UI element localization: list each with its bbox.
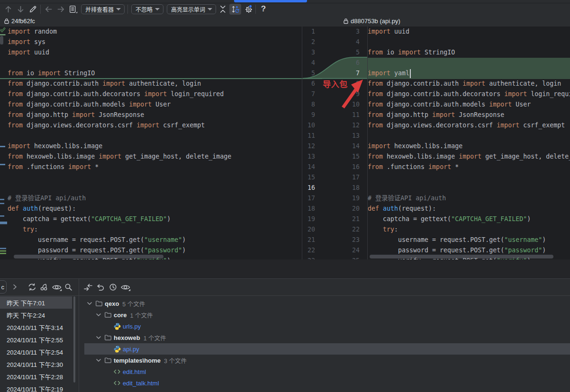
text-caret (410, 69, 411, 78)
dir-file-count: 5 个文件 (122, 299, 145, 308)
line-number: 19 (303, 214, 315, 224)
back-button[interactable] (45, 5, 53, 13)
tree-row-edit.html[interactable]: edit.html (79, 366, 570, 377)
code-line: from django.contrib.auth import authenti… (8, 79, 231, 89)
help-button[interactable]: ? (260, 4, 267, 14)
code-line: from django.views.decorators.csrf import… (8, 120, 231, 131)
code-line: from hexoweb.libs.image import get_image… (368, 151, 570, 162)
line-number: 16 (342, 162, 360, 172)
line-number: 14 (303, 162, 315, 172)
left-horizontal-scrollbar[interactable] (14, 255, 163, 258)
left-gutter-line-numbers: 1234567891011121314151617181920212223 (303, 27, 315, 259)
line-number: 1 (303, 27, 315, 37)
chevron-down-icon (208, 8, 212, 10)
chevron-right-icon[interactable] (12, 284, 17, 290)
line-number: 22 (342, 224, 360, 235)
viewer-mode-dropdown[interactable]: 并排查看器 (81, 4, 125, 14)
search-field[interactable]: c (0, 280, 7, 294)
settings-gear-icon[interactable] (244, 5, 253, 13)
left-scroll-stripe (0, 27, 8, 259)
revision-list-scrollbar[interactable] (73, 296, 75, 383)
code-line: username = request.POST.get("username") (368, 235, 570, 245)
chevron-expanded-icon[interactable] (95, 311, 102, 319)
revision-item[interactable]: 2024/10/11 下午2:30 (0, 358, 72, 370)
code-line: from io import StringIO (368, 47, 570, 58)
preview-diff-button[interactable] (69, 5, 78, 14)
eye-preview-button[interactable] (52, 283, 62, 292)
line-number: 15 (303, 172, 315, 183)
revision-item[interactable]: 2024/10/11 下午3:14 (0, 321, 72, 333)
code-line: password = request.POST.get("password") (8, 245, 231, 256)
code-line: import uuid (8, 47, 231, 58)
chevron-expanded-icon[interactable] (95, 334, 102, 341)
folder-icon (104, 311, 112, 319)
edit-source-button[interactable] (29, 5, 37, 13)
tree-row-core[interactable]: core1 个文件 (79, 309, 570, 321)
chevron-expanded-icon[interactable] (95, 356, 102, 364)
sync-scrolling-toggle[interactable] (229, 4, 241, 15)
revision-item[interactable]: 2024/10/11 下午2:28 (0, 370, 72, 383)
code-line: import uuid (368, 27, 570, 37)
revision-item[interactable]: 2024/10/11 下午2:54 (0, 346, 72, 358)
refresh-button[interactable] (28, 283, 36, 291)
viewer-mode-label: 并排查看器 (85, 5, 114, 13)
revision-item[interactable]: 2024/10/11 下午2:19 (0, 383, 72, 392)
chevron-expanded-icon[interactable] (86, 300, 93, 307)
lock-icon (4, 18, 9, 24)
reader-glasses-icon[interactable] (40, 283, 48, 291)
dir-label: hexoweb (114, 334, 140, 341)
code-line: from django.views.decorators.csrf import… (368, 120, 570, 131)
dialog-lower-gap (0, 259, 570, 278)
revision-item[interactable]: 昨天 下午2:24 (0, 309, 72, 321)
next-change-button[interactable] (17, 5, 25, 13)
line-number: 18 (342, 183, 360, 193)
code-line: import yaml (368, 68, 570, 79)
tree-row-urls.py[interactable]: urls.py (79, 321, 570, 332)
change-separator-line (0, 78, 322, 79)
code-line (368, 131, 570, 141)
code-line: from django.contrib.auth.decorators impo… (368, 89, 570, 99)
dir-file-count: 3 个文件 (164, 356, 187, 365)
diff-editor-area: import randomimport sysimport uuidfrom i… (0, 27, 570, 259)
line-number: 20 (303, 224, 315, 235)
whitespace-dropdown[interactable]: 不忽略 (131, 4, 163, 14)
code-line (368, 172, 570, 183)
tree-row-qexo[interactable]: qexo5 个文件 (79, 298, 570, 309)
tree-row-templates-home[interactable]: templates\home3 个文件 (79, 355, 570, 366)
left-revision-hash: 24fb62fc (11, 18, 35, 25)
highlight-mode-dropdown[interactable]: 高亮显示单词 (167, 4, 216, 14)
collapse-unchanged-button[interactable] (219, 5, 227, 13)
file-label: urls.py (123, 323, 141, 330)
file-label: edit_talk.html (123, 380, 159, 387)
revision-item[interactable]: 昨天 下午7:01 (0, 296, 72, 309)
previous-change-button[interactable] (4, 5, 12, 13)
toolbar-separator-3 (255, 5, 256, 14)
code-line (368, 183, 570, 193)
revision-item[interactable]: 2024/10/11 下午2:55 (0, 333, 72, 346)
code-line: # 登录验证API api/auth (368, 193, 570, 204)
left-editor-pane[interactable]: import randomimport sysimport uuidfrom i… (0, 27, 302, 259)
tree-row-api.py[interactable]: api.py (84, 343, 570, 355)
code-line: from django.contrib.auth.models import U… (368, 99, 570, 110)
left-vertical-scrollbar[interactable] (0, 36, 3, 45)
eye-details-button[interactable] (121, 283, 131, 292)
line-number: 18 (303, 204, 315, 214)
right-editor-pane[interactable]: import uuidfrom io import StringIOimport… (367, 27, 570, 259)
folder-icon (104, 356, 112, 364)
search-icon[interactable] (64, 283, 72, 291)
code-line: from io import StringIO (8, 68, 231, 79)
forward-button[interactable] (57, 5, 65, 13)
right-pane-border (367, 27, 368, 259)
toolbar-separator-2 (127, 5, 128, 14)
line-number: 20 (342, 204, 360, 214)
line-number: 10 (303, 120, 315, 131)
compare-diff-button[interactable] (83, 284, 93, 291)
code-line: from django.contrib.auth import authenti… (368, 79, 570, 89)
tree-row-edit-talk.html[interactable]: edit_talk.html (79, 377, 570, 389)
line-number: 12 (303, 141, 315, 151)
revert-button[interactable] (96, 283, 105, 291)
code-line: captcha = gettext("CAPTCHA_GET_FAILED") (368, 214, 570, 224)
clock-history-icon[interactable] (109, 283, 117, 291)
tree-row-hexoweb[interactable]: hexoweb1 个文件 (79, 332, 570, 343)
right-horizontal-scrollbar[interactable] (370, 255, 553, 258)
